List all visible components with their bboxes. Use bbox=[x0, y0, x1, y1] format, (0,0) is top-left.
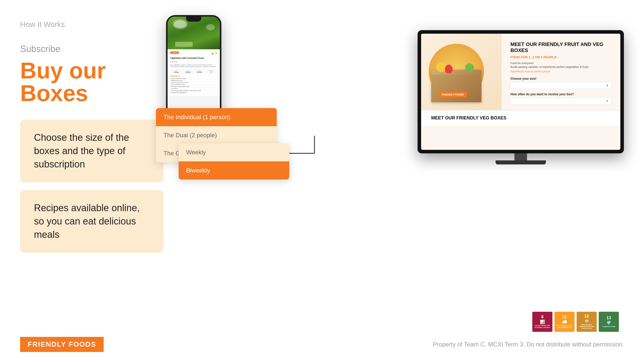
monitor-box-label: FRIENDLY FOODS bbox=[439, 92, 467, 97]
monitor-mockup: FRIENDLY FOODS MEET OUR FRIENDLY FRUIT A… bbox=[418, 30, 624, 164]
phone-popular-tag: Popular bbox=[170, 51, 179, 54]
phone-ingredient: • ¼ cup olive oil bbox=[170, 88, 217, 90]
monitor-desc2: Avoid wasting varieties of imperfectly p… bbox=[510, 65, 612, 68]
footer: FRIENDLY FOODS Property of Team C, MCXI … bbox=[0, 337, 644, 352]
monitor-choose-size: Choose your size! bbox=[510, 77, 612, 80]
brand-logo: FRIENDLY FOODS bbox=[20, 337, 104, 352]
sdg-badge-11: 11 🏙 SUSTAINABLE CITIES AND COMMUNITIES bbox=[554, 312, 575, 332]
phone-ingredients-title: INGREDIENTS bbox=[170, 75, 217, 77]
phone-ingredient: • salt and ground black pepper to taste bbox=[170, 86, 217, 88]
sdg-badge-12: 12 ♾ RESPONSIBLE CONSUMPTION AND PRODUCT… bbox=[577, 312, 597, 332]
sdg-badge-13: 13 🌍 CLIMATE ACTION bbox=[599, 312, 619, 332]
info-box-1: Choose the size of the boxes and the typ… bbox=[20, 120, 164, 183]
monitor-outer: FRIENDLY FOODS MEET OUR FRIENDLY FRUIT A… bbox=[418, 30, 624, 153]
phone-ingredient: • ½ cup crumbled feta cheese bbox=[170, 84, 217, 86]
info-box-2-text: Recipes available online, so you can eat… bbox=[34, 201, 150, 242]
phone-stats: Prep 15 min Cook 10 min Time 25 min Serv… bbox=[170, 69, 217, 74]
phone-stars: ★★★★ bbox=[170, 61, 217, 63]
phone-description: Fresh tagliatelle, coated in a delicious… bbox=[170, 64, 217, 68]
dropdown-size-dual[interactable]: The Dual (2 people) bbox=[156, 126, 277, 144]
phone-ingredient: • 4 tablespoons pine nuts bbox=[170, 80, 217, 82]
dropdown-freq-biweekly[interactable]: Biweekly bbox=[179, 161, 289, 179]
how-it-works-label: How It Works bbox=[20, 20, 166, 29]
monitor-main-title: MEET OUR FRIENDLY FRUIT AND VEG BOXES bbox=[510, 41, 612, 53]
dropdown-size-individual[interactable]: The Individual (1 person) bbox=[156, 108, 277, 126]
monitor-subtitle: FOOD FOR 1, 2 OR 4 PEOPLE bbox=[510, 55, 612, 59]
monitor-desc1: Food for everyone! bbox=[510, 62, 612, 65]
monitor-price-label: Imperfectly food at perfect prices bbox=[510, 70, 612, 73]
monitor-how-often: How often do you want to receive your bo… bbox=[510, 93, 612, 96]
subscribe-label: Subscribe bbox=[20, 44, 166, 54]
phone-recipe-title: Tagliatelle with Coriander Pesto bbox=[170, 57, 217, 60]
sdg-badges-container: 8 📊 DECENT WORK AND ECONOMIC GROWTH 11 🏙… bbox=[532, 312, 619, 332]
phone-notch bbox=[186, 17, 201, 22]
monitor-screen: FRIENDLY FOODS MEET OUR FRIENDLY FRUIT A… bbox=[421, 34, 620, 150]
freq-dropdown-overlay[interactable]: Weekly Biweekly bbox=[179, 143, 289, 179]
phone-ingredient: • 1 (12 ounce) package dry tagliatelle o… bbox=[170, 90, 217, 92]
footer-copyright: Property of Team C, MCXI Term 3. Do not … bbox=[433, 341, 624, 348]
phone-cable-up bbox=[314, 136, 315, 153]
phone-ingredient: • 2 bunch chopped fresh cilantro bbox=[170, 78, 217, 80]
monitor-frequency-dropdown[interactable]: ▼ bbox=[510, 98, 612, 105]
monitor-section2-title: MEET OUR FRIENDLY VEG BOXES bbox=[431, 115, 610, 121]
phone-ingredient: • 1 teaspoon extra-virgin olive oil bbox=[170, 92, 217, 94]
info-box-1-text: Choose the size of the boxes and the typ… bbox=[34, 131, 150, 171]
dropdown-freq-weekly[interactable]: Weekly bbox=[179, 143, 289, 161]
sdg-badge-8: 8 📊 DECENT WORK AND ECONOMIC GROWTH bbox=[532, 312, 552, 332]
phone-ingredient: • 1 teaspoon lemon juice, or to taste bbox=[170, 82, 217, 84]
info-box-2: Recipes available online, so you can eat… bbox=[20, 190, 164, 253]
monitor-size-dropdown[interactable]: ▼ bbox=[510, 82, 612, 89]
page-title: Buy our Boxes bbox=[20, 59, 166, 105]
